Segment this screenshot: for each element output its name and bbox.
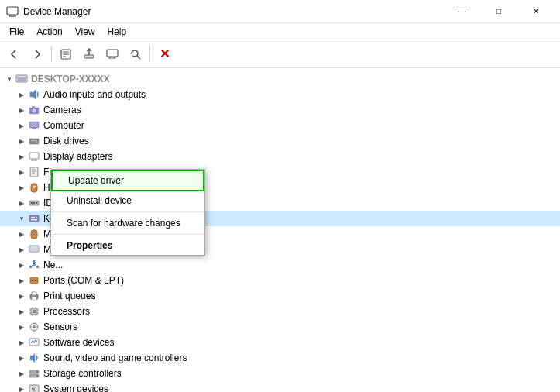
- ide-icon: [28, 197, 40, 209]
- tree-item-system[interactable]: ▶ System devices: [0, 381, 560, 392]
- context-menu-separator: [51, 211, 204, 212]
- svg-point-86: [36, 375, 38, 377]
- svg-rect-59: [30, 277, 38, 284]
- print-label: Print queues: [43, 291, 95, 301]
- tree-item-audio[interactable]: ▶ Audio inputs and outputs: [0, 87, 560, 102]
- forward-button[interactable]: [26, 43, 48, 65]
- disk-icon: [28, 135, 40, 147]
- firmware-icon: [28, 166, 40, 178]
- svg-rect-55: [33, 260, 36, 263]
- storage-icon: [28, 367, 40, 380]
- keyboards-icon: [28, 212, 40, 225]
- tree-item-computer[interactable]: ▶ Computer: [0, 118, 560, 133]
- toolbar-separator-1: [51, 46, 52, 62]
- svg-point-60: [32, 280, 33, 281]
- computer-label: Computer: [43, 120, 84, 131]
- svg-point-76: [33, 325, 36, 328]
- computer-arrow: ▶: [15, 119, 28, 132]
- tree-item-ports[interactable]: ▶ Ports (COM & LPT): [0, 273, 560, 288]
- svg-rect-31: [30, 167, 38, 177]
- window-controls[interactable]: — □ ✕: [444, 0, 554, 23]
- ports-arrow: ▶: [15, 274, 28, 287]
- toolbar: ✕: [0, 40, 560, 68]
- menu-item-file[interactable]: File: [3, 25, 30, 39]
- back-button[interactable]: [3, 43, 25, 65]
- svg-point-85: [36, 371, 38, 373]
- audio-label: Audio inputs and outputs: [43, 89, 146, 100]
- processors-arrow: ▶: [15, 305, 28, 318]
- cameras-arrow: ▶: [15, 104, 28, 116]
- svg-rect-64: [32, 297, 36, 300]
- tree-item-display[interactable]: ▶ Display adapters: [0, 149, 560, 164]
- svg-rect-27: [29, 153, 39, 159]
- tree-item-storage[interactable]: ▶ Storage controllers: [0, 366, 560, 381]
- scan-hardware-button[interactable]: [125, 43, 146, 65]
- keyboards-arrow: ▼: [15, 212, 28, 225]
- mice-arrow: ▶: [15, 228, 28, 240]
- ctx-uninstall-device[interactable]: Uninstall device: [51, 191, 204, 210]
- tree-item-cameras[interactable]: ▶ Cameras: [0, 102, 560, 118]
- app-icon: [6, 5, 19, 18]
- tree-item-software[interactable]: ▶ Software devices: [0, 335, 560, 350]
- update-driver-toolbar-button[interactable]: [78, 43, 100, 65]
- network-arrow: ▶: [15, 259, 28, 271]
- sensors-icon: [28, 321, 40, 333]
- svg-rect-39: [31, 202, 33, 204]
- root-arrow: ▼: [3, 73, 15, 85]
- hid-icon: [28, 181, 40, 194]
- tree-item-network[interactable]: ▶ Ne...: [0, 257, 560, 273]
- tree-root[interactable]: ▼ DESKTOP-XXXXX: [0, 71, 560, 87]
- disk-label: Disk drives: [43, 136, 89, 146]
- storage-label: Storage controllers: [43, 368, 122, 379]
- title-bar: Device Manager — □ ✕: [0, 0, 560, 23]
- svg-rect-41: [36, 202, 37, 204]
- sensors-label: Sensors: [43, 322, 77, 332]
- svg-line-14: [137, 56, 140, 59]
- close-button[interactable]: ✕: [518, 0, 554, 23]
- svg-rect-16: [18, 77, 26, 81]
- cameras-label: Cameras: [43, 105, 81, 115]
- properties-button[interactable]: [55, 43, 77, 65]
- audio-arrow: ▶: [15, 88, 28, 101]
- ctx-update-driver[interactable]: Update driver: [51, 170, 204, 191]
- svg-rect-9: [107, 50, 118, 57]
- svg-rect-45: [36, 217, 37, 218]
- remove-button[interactable]: ✕: [153, 43, 175, 65]
- menu-item-action[interactable]: Action: [30, 25, 68, 39]
- sound-arrow: ▶: [15, 352, 28, 364]
- print-icon: [28, 290, 40, 302]
- processors-label: Processors: [43, 306, 90, 317]
- print-arrow: ▶: [15, 290, 28, 302]
- svg-rect-23: [30, 122, 38, 127]
- svg-rect-20: [32, 106, 35, 108]
- menu-item-help[interactable]: Help: [101, 25, 133, 39]
- svg-rect-0: [7, 7, 18, 15]
- svg-rect-51: [30, 246, 38, 251]
- tree-item-print[interactable]: ▶ Print queues: [0, 288, 560, 304]
- menu-item-view[interactable]: View: [69, 25, 101, 39]
- software-label: Software devices: [43, 337, 114, 348]
- tree-item-disk[interactable]: ▶ Disk drives: [0, 133, 560, 149]
- ctx-scan-hardware[interactable]: Scan for hardware changes: [51, 214, 204, 232]
- ports-icon: [28, 274, 40, 287]
- cameras-icon: [28, 104, 40, 116]
- system-label: System devices: [43, 383, 108, 392]
- context-menu-separator-2: [51, 234, 204, 235]
- network-label: Ne...: [43, 260, 63, 270]
- maximize-button[interactable]: □: [481, 0, 517, 23]
- tree-item-processors[interactable]: ▶ Processors: [0, 304, 560, 319]
- sound-icon: [28, 352, 40, 364]
- display-icon: [28, 150, 40, 163]
- main-area: A 🦊 PPUALS ▼ DESKTOP-XXXXX ▶: [0, 68, 560, 392]
- svg-rect-66: [33, 310, 36, 313]
- ctx-properties[interactable]: Properties: [51, 236, 204, 255]
- monitor-button[interactable]: [101, 43, 123, 65]
- storage-arrow: ▶: [15, 367, 28, 380]
- tree-item-sound[interactable]: ▶ Sound, video and game controllers: [0, 350, 560, 366]
- minimize-button[interactable]: —: [444, 0, 479, 23]
- mice-icon: [28, 228, 40, 240]
- svg-point-19: [33, 109, 36, 113]
- display-label: Display adapters: [43, 151, 112, 162]
- tree-item-sensors[interactable]: ▶ Sensors: [0, 319, 560, 335]
- svg-rect-22: [32, 128, 36, 129]
